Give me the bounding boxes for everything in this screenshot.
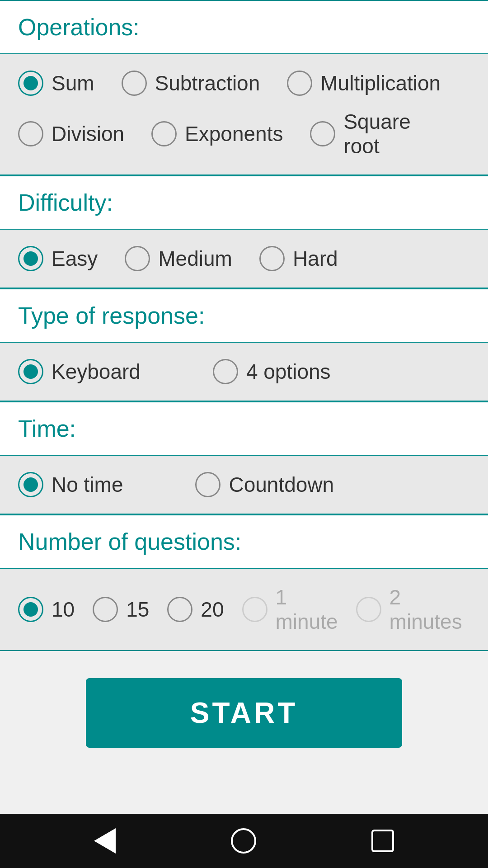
radio-multiplication[interactable]: Multiplication: [287, 71, 441, 96]
radio-medium-circle: [125, 246, 150, 271]
radio-subtraction-circle: [122, 71, 147, 96]
radio-medium-label: Medium: [158, 246, 232, 271]
radio-easy-label: Easy: [52, 246, 98, 271]
radio-easy-circle: [18, 246, 43, 271]
time-title: Time:: [18, 415, 76, 442]
radio-sum[interactable]: Sum: [18, 71, 94, 96]
radio-q2min-label: 2 minutes: [389, 585, 462, 634]
radio-sum-label: Sum: [52, 71, 94, 95]
radio-countdown[interactable]: Countdown: [195, 472, 334, 497]
radio-four-options[interactable]: 4 options: [213, 359, 331, 384]
radio-easy[interactable]: Easy: [18, 246, 98, 271]
operations-section: Operations: Sum Subtraction Multiplicati…: [0, 0, 488, 175]
radio-keyboard[interactable]: Keyboard: [18, 359, 141, 384]
recents-icon[interactable]: [371, 830, 394, 852]
radio-four-options-label: 4 options: [246, 359, 331, 384]
difficulty-body: Easy Medium Hard: [0, 230, 488, 288]
radio-q20[interactable]: 20: [167, 597, 224, 622]
response-options: Keyboard 4 options: [18, 359, 470, 384]
radio-q15[interactable]: 15: [93, 597, 149, 622]
response-header: Type of response:: [0, 288, 488, 343]
nav-bar: [0, 814, 488, 868]
radio-countdown-circle: [195, 472, 221, 497]
operations-row1: Sum Subtraction Multiplication: [18, 71, 470, 96]
difficulty-header: Difficulty:: [0, 175, 488, 230]
radio-division[interactable]: Division: [18, 121, 124, 146]
radio-q15-circle: [93, 597, 118, 622]
radio-countdown-label: Countdown: [229, 472, 334, 497]
questions-options: 10 15 20 1 minute 2 minutes: [18, 585, 470, 634]
radio-q10[interactable]: 10: [18, 597, 75, 622]
radio-keyboard-label: Keyboard: [52, 359, 141, 384]
radio-sum-circle: [18, 71, 43, 96]
questions-title: Number of questions:: [18, 528, 241, 555]
radio-multiplication-circle: [287, 71, 312, 96]
radio-no-time-circle: [18, 472, 43, 497]
radio-subtraction-label: Subtraction: [155, 71, 260, 95]
time-options: No time Countdown: [18, 472, 470, 497]
radio-hard-label: Hard: [293, 246, 338, 271]
radio-q10-circle: [18, 597, 43, 622]
radio-q1min-label: 1 minute: [276, 585, 338, 634]
radio-division-circle: [18, 121, 43, 146]
radio-no-time-label: No time: [52, 472, 123, 497]
response-body: Keyboard 4 options: [0, 343, 488, 401]
radio-keyboard-circle: [18, 359, 43, 384]
radio-exponents[interactable]: Exponents: [151, 121, 283, 146]
radio-multiplication-label: Multiplication: [320, 71, 441, 95]
response-section: Type of response: Keyboard 4 options: [0, 288, 488, 401]
response-title: Type of response:: [18, 302, 205, 329]
radio-four-options-circle: [213, 359, 238, 384]
start-button[interactable]: START: [86, 678, 402, 748]
radio-square-root-circle: [310, 121, 335, 146]
radio-hard[interactable]: Hard: [259, 246, 338, 271]
questions-section: Number of questions: 10 15 20 1 minu: [0, 514, 488, 651]
radio-q20-label: 20: [201, 597, 224, 622]
radio-q10-label: 10: [52, 597, 75, 622]
operations-header: Operations:: [0, 0, 488, 54]
radio-q20-circle: [167, 597, 192, 622]
radio-exponents-label: Exponents: [185, 122, 283, 146]
main-content: Operations: Sum Subtraction Multiplicati…: [0, 0, 488, 814]
radio-no-time[interactable]: No time: [18, 472, 123, 497]
back-icon[interactable]: [94, 828, 116, 854]
radio-exponents-circle: [151, 121, 177, 146]
questions-header: Number of questions:: [0, 514, 488, 569]
radio-subtraction[interactable]: Subtraction: [122, 71, 260, 96]
start-section: START: [0, 651, 488, 775]
radio-hard-circle: [259, 246, 285, 271]
home-icon[interactable]: [231, 828, 256, 854]
operations-row2: Division Exponents Square root: [18, 109, 470, 158]
difficulty-section: Difficulty: Easy Medium Hard: [0, 175, 488, 288]
radio-division-label: Division: [52, 122, 124, 146]
radio-medium[interactable]: Medium: [125, 246, 232, 271]
time-section: Time: No time Countdown: [0, 401, 488, 514]
difficulty-title: Difficulty:: [18, 189, 113, 216]
radio-q1min-circle: [242, 597, 267, 622]
radio-square-root-label: Square root: [343, 109, 443, 158]
radio-q2min-circle: [356, 597, 381, 622]
operations-body: Sum Subtraction Multiplication Division: [0, 54, 488, 175]
difficulty-options: Easy Medium Hard: [18, 246, 470, 271]
radio-q1min[interactable]: 1 minute: [242, 585, 338, 634]
operations-title: Operations:: [18, 14, 140, 40]
time-header: Time:: [0, 401, 488, 456]
radio-q2min[interactable]: 2 minutes: [356, 585, 462, 634]
radio-q15-label: 15: [126, 597, 149, 622]
radio-square-root[interactable]: Square root: [310, 109, 443, 158]
questions-body: 10 15 20 1 minute 2 minutes: [0, 569, 488, 651]
time-body: No time Countdown: [0, 456, 488, 514]
